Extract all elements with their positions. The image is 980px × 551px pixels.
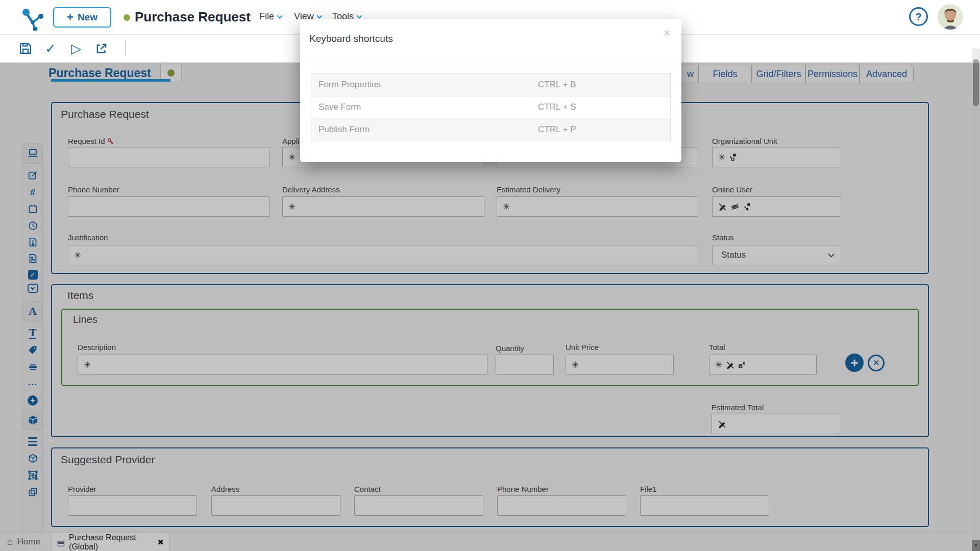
app-logo-icon[interactable] <box>19 4 46 31</box>
shortcut-action: Save Form <box>318 102 538 112</box>
chevron-down-icon <box>356 13 362 18</box>
play-icon: ▷ <box>71 41 81 57</box>
user-avatar[interactable] <box>938 4 963 30</box>
question-icon: ? <box>915 11 922 23</box>
save-button[interactable] <box>17 40 34 57</box>
shortcuts-table: Form Properties CTRL + B Save Form CTRL … <box>311 73 671 141</box>
shortcut-keys: CTRL + S <box>538 102 576 112</box>
modal-close-button[interactable]: × <box>664 28 670 39</box>
new-button[interactable]: + New <box>53 7 111 28</box>
shortcut-row: Save Form CTRL + S <box>311 96 670 118</box>
chevron-down-icon <box>277 13 282 18</box>
validate-button[interactable]: ✓ <box>42 40 59 57</box>
export-button[interactable] <box>93 40 110 57</box>
menu-file[interactable]: File <box>259 11 282 22</box>
app-title: Purchase Request <box>135 9 251 25</box>
modal-title: Keyboard shortcuts <box>309 33 393 44</box>
help-button[interactable]: ? <box>909 7 928 26</box>
plus-icon: + <box>67 12 74 23</box>
preview-button[interactable]: ▷ <box>67 40 85 57</box>
save-icon <box>19 42 32 55</box>
shortcut-keys: CTRL + B <box>538 80 576 90</box>
status-dot-icon <box>124 14 130 21</box>
menu-file-label: File <box>259 11 274 22</box>
toolbar-divider <box>125 40 126 56</box>
modal-divider <box>300 59 681 59</box>
shortcut-row: Form Properties CTRL + B <box>311 73 670 96</box>
chevron-down-icon <box>316 13 322 18</box>
keyboard-shortcuts-modal: Keyboard shortcuts × Form Properties CTR… <box>300 19 681 162</box>
shortcut-row: Publish Form CTRL + P <box>311 118 670 141</box>
avatar-photo <box>938 4 963 30</box>
shortcut-action: Publish Form <box>318 124 538 135</box>
export-icon <box>95 42 108 55</box>
check-icon: ✓ <box>45 41 56 57</box>
shortcut-action: Form Properties <box>318 80 538 90</box>
shortcut-keys: CTRL + P <box>538 124 576 135</box>
new-button-label: New <box>78 12 97 23</box>
app-window: + New Purchase Request File View Tools ? <box>0 0 980 551</box>
